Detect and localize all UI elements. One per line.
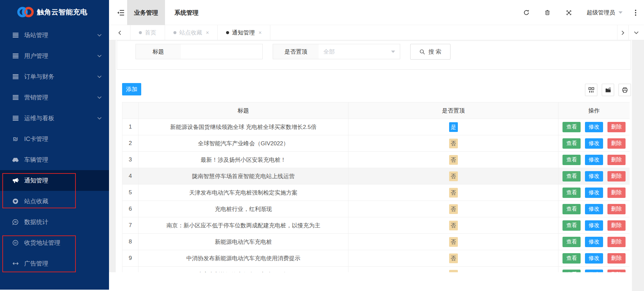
- car-icon: [11, 157, 19, 162]
- table-row: 3 最新！涉及扬州小区安装充电桩！ 否 查看 修改 删除: [122, 152, 630, 168]
- sidebar-item-ic-card[interactable]: ₪ IC卡管理: [0, 129, 109, 149]
- sidebar-item-label: 数据统计: [24, 218, 48, 226]
- sidebar-item-label: 通知管理: [24, 176, 48, 185]
- pinned-badge: 否: [449, 171, 458, 181]
- sidebar-item-data-stats[interactable]: 数据统计: [0, 212, 109, 232]
- edit-button[interactable]: 修改: [585, 155, 603, 165]
- close-icon[interactable]: ×: [259, 30, 262, 36]
- sidebar-item-vehicles[interactable]: 车辆管理: [0, 149, 109, 170]
- sidebar-item-label: IC卡管理: [24, 135, 48, 143]
- edit-button[interactable]: 修改: [585, 270, 603, 273]
- tabs-dropdown-icon[interactable]: [629, 25, 644, 40]
- fullscreen-icon[interactable]: [565, 0, 573, 25]
- header-title: 标题: [139, 102, 348, 119]
- edit-button[interactable]: 修改: [585, 204, 603, 214]
- view-button[interactable]: 查看: [562, 270, 581, 273]
- view-button[interactable]: 查看: [562, 188, 581, 198]
- nav-tab-system[interactable]: 系统管理: [169, 0, 204, 25]
- edit-button[interactable]: 修改: [585, 122, 603, 132]
- tabs-scroll-right-icon[interactable]: [617, 25, 629, 40]
- view-button[interactable]: 查看: [562, 204, 581, 214]
- sidebar-item-orders-finance[interactable]: 订单与财务: [0, 66, 109, 87]
- tab-home[interactable]: 首页: [130, 25, 165, 40]
- row-index: 2: [122, 135, 139, 152]
- close-icon[interactable]: ×: [206, 30, 209, 36]
- tabs-scroll-left-icon[interactable]: [109, 25, 130, 40]
- view-button[interactable]: 查看: [562, 220, 581, 231]
- edit-button[interactable]: 修改: [585, 171, 603, 181]
- user-menu[interactable]: 超级管理员: [587, 0, 623, 25]
- pinned-select[interactable]: 全部: [319, 44, 400, 59]
- sidebar-item-station-management[interactable]: 场站管理: [0, 25, 109, 46]
- delete-button[interactable]: 删除: [607, 138, 626, 149]
- edit-button[interactable]: 修改: [585, 138, 603, 149]
- sidebar-item-marketing[interactable]: 营销管理: [0, 87, 109, 108]
- search-button[interactable]: 搜 索: [410, 44, 450, 60]
- delete-button[interactable]: 删除: [607, 270, 626, 273]
- sidebar-item-user-management[interactable]: 用户管理: [0, 46, 109, 66]
- sidebar: 触角云智能充电 场站管理 用户管理 订单与财务 营销管理: [0, 0, 109, 290]
- sidebar-item-site-favorites[interactable]: 站点收藏: [0, 191, 109, 212]
- delete-button[interactable]: 删除: [607, 171, 626, 181]
- chevron-down-icon: [97, 96, 102, 99]
- right-scroll-strip: [632, 40, 644, 291]
- sidebar-item-label: 车辆管理: [24, 156, 48, 164]
- nav-tab-business[interactable]: 业务管理: [127, 0, 165, 25]
- table-row: 9 中消协发布新能源电动汽车充电使用消费提示 否 查看 修改 删除: [122, 250, 630, 267]
- table-row: 8 新能源电动汽车充电桩 否 查看 修改 删除: [122, 234, 630, 250]
- view-button[interactable]: 查看: [562, 171, 581, 181]
- row-index: 9: [122, 250, 139, 267]
- row-title: 天津发布电动汽车充电桩强制检定实施方案: [139, 185, 348, 201]
- pinned-badge: 否: [449, 155, 458, 165]
- sidebar-item-label: 站点收藏: [24, 197, 48, 205]
- print-icon[interactable]: [619, 84, 631, 96]
- title-search-input[interactable]: [181, 44, 263, 59]
- header-ops: 操作: [558, 102, 630, 119]
- delete-button[interactable]: 删除: [607, 253, 626, 264]
- row-index: 5: [122, 185, 139, 201]
- delete-button[interactable]: 删除: [607, 204, 626, 214]
- row-index: 3: [122, 152, 139, 168]
- sidebar-item-shipping-address[interactable]: 收货地址管理: [0, 232, 109, 253]
- row-title: 中消协发布新能源电动汽车充电使用消费提示: [139, 250, 348, 267]
- sidebar-item-ops-dashboard[interactable]: 运维与看板: [0, 108, 109, 129]
- trash-icon[interactable]: [543, 0, 552, 25]
- pinned-badge: 否: [449, 204, 458, 214]
- sidebar-item-ads[interactable]: 广告管理: [0, 253, 109, 274]
- delete-button[interactable]: 删除: [607, 237, 626, 247]
- tab-notifications[interactable]: 通知管理 ×: [218, 25, 270, 40]
- table-row: 7 南京：新小区应不低于停车位数两成配建充电桩，以慢充为主 否 查看 修改 删除: [122, 217, 630, 234]
- ic-card-icon: ₪: [11, 136, 19, 142]
- view-button[interactable]: 查看: [562, 237, 581, 247]
- delete-button[interactable]: 删除: [607, 188, 626, 198]
- view-button[interactable]: 查看: [562, 155, 581, 165]
- add-button[interactable]: 添加: [122, 83, 141, 95]
- collapse-sidebar-icon[interactable]: [116, 0, 126, 25]
- edit-button[interactable]: 修改: [585, 188, 603, 198]
- kebab-menu-icon[interactable]: [631, 0, 640, 25]
- view-button[interactable]: 查看: [562, 253, 581, 264]
- delete-button[interactable]: 删除: [607, 220, 626, 231]
- delete-button[interactable]: 删除: [607, 155, 626, 165]
- pinned-badge: 是: [449, 122, 458, 132]
- app-root: 触角云智能充电 场站管理 用户管理 订单与财务 营销管理: [0, 0, 644, 291]
- edit-button[interactable]: 修改: [585, 237, 603, 247]
- sidebar-item-notifications[interactable]: 通知管理: [0, 170, 109, 191]
- table-row: 4 陇南智慧停车场首座智能充电站上线运营 否 查看 修改 删除: [122, 168, 630, 185]
- delete-button[interactable]: 删除: [607, 122, 626, 132]
- pinned-badge: 否: [449, 139, 458, 148]
- tab-label: 站点收藏: [179, 29, 202, 37]
- row-title: 新能源电动汽车充电桩: [139, 234, 348, 250]
- edit-button[interactable]: 修改: [585, 253, 603, 264]
- caret-down-icon: [391, 51, 395, 53]
- heart-circle-icon: [11, 198, 19, 204]
- tab-site-favorites[interactable]: 站点收藏 ×: [165, 25, 218, 40]
- view-button[interactable]: 查看: [562, 122, 581, 132]
- refresh-icon[interactable]: [522, 0, 531, 25]
- table-row: 1 新能源设备国货继续领跑全球 充电桩全球买家数增长2.5倍 是 查看 修改 删…: [122, 119, 630, 135]
- edit-button[interactable]: 修改: [585, 220, 603, 231]
- export-icon[interactable]: [602, 84, 614, 96]
- view-button[interactable]: 查看: [562, 138, 581, 149]
- columns-icon[interactable]: [585, 84, 597, 96]
- row-index: 4: [122, 168, 139, 185]
